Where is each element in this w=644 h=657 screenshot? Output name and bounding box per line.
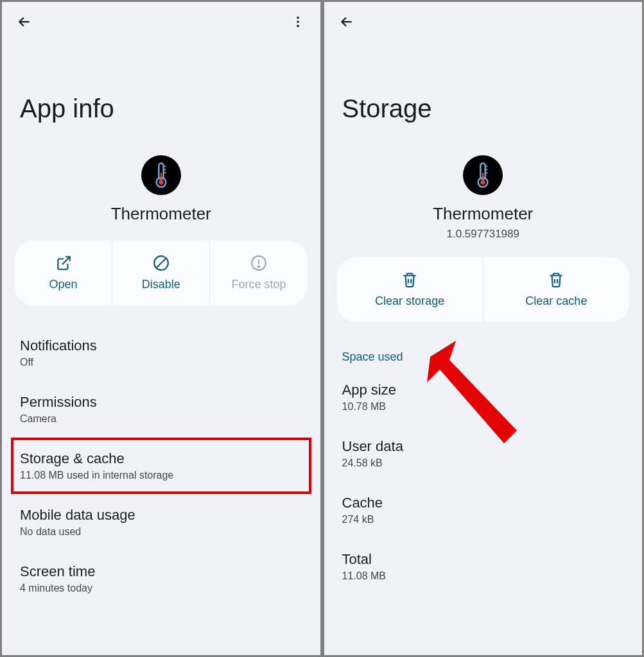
item-title: User data [342,438,625,455]
svg-point-14 [258,266,259,267]
storage-panel: Storage Thermometer 1.0.597731989 Clear … [322,0,645,657]
item-subtitle: 11.08 MB [342,570,625,582]
svg-point-1 [297,21,299,23]
item-subtitle: 10.78 MB [342,401,625,413]
open-label: Open [49,278,78,291]
item-title: Screen time [20,563,302,580]
action-row: Open Disable Force stop [15,241,308,305]
item-title: Cache [342,495,625,511]
page-title: Storage [324,37,643,136]
svg-line-11 [156,258,166,268]
storage-cache-item[interactable]: Storage & cache 11.08 MB used in interna… [11,438,311,494]
action-row: Clear storage Clear cache [337,257,630,322]
force-stop-label: Force stop [231,278,286,291]
total-item: Total 11.08 MB [342,538,625,595]
mobile-data-item[interactable]: Mobile data usage No data used [20,494,302,550]
app-info-panel: App info Thermometer Open Disable Force … [0,0,322,657]
thermometer-app-icon [141,155,181,195]
disable-button[interactable]: Disable [112,241,209,305]
thermometer-app-icon [463,155,503,195]
svg-point-0 [297,17,299,19]
item-title: Notifications [20,337,302,354]
back-arrow-icon[interactable] [16,13,33,30]
open-button[interactable]: Open [15,241,112,305]
app-header: Thermometer [2,155,320,224]
section-label: Space used [324,341,643,369]
permissions-item[interactable]: Permissions Camera [20,381,302,438]
screen-time-item[interactable]: Screen time 4 minutes today [20,550,302,607]
item-title: Storage & cache [20,450,302,467]
notifications-item[interactable]: Notifications Off [20,325,302,381]
app-header: Thermometer 1.0.597731989 [324,155,643,241]
app-size-item: App size 10.78 MB [342,369,625,425]
settings-list: Notifications Off Permissions Camera Sto… [2,325,320,607]
user-data-item: User data 24.58 kB [342,425,625,482]
force-stop-button: Force stop [209,241,307,305]
svg-rect-6 [161,173,162,180]
app-name: Thermometer [433,204,533,224]
app-name: Thermometer [111,204,211,224]
more-options-icon[interactable] [290,13,306,30]
topbar [324,2,643,37]
clear-storage-label: Clear storage [375,294,444,308]
item-subtitle: No data used [20,526,302,538]
item-subtitle: 4 minutes today [20,583,302,594]
item-subtitle: Camera [20,413,302,425]
app-version: 1.0.597731989 [447,228,519,241]
item-subtitle: 24.58 kB [342,457,625,469]
topbar [2,2,320,37]
item-title: Mobile data usage [20,507,302,524]
item-title: App size [342,382,625,398]
svg-rect-18 [482,173,483,180]
item-title: Total [342,551,625,568]
storage-list: App size 10.78 MB User data 24.58 kB Cac… [324,369,643,595]
clear-cache-button[interactable]: Clear cache [483,257,629,322]
page-title: App info [2,37,320,136]
item-subtitle: 274 kB [342,514,625,525]
item-subtitle: 11.08 MB used in internal storage [20,470,302,481]
item-subtitle: Off [20,357,302,368]
back-arrow-icon[interactable] [338,13,355,30]
clear-storage-button[interactable]: Clear storage [337,257,483,322]
svg-point-2 [297,25,299,28]
item-title: Permissions [20,394,302,411]
clear-cache-label: Clear cache [525,294,587,308]
disable-label: Disable [142,278,180,291]
cache-item: Cache 274 kB [342,482,625,538]
